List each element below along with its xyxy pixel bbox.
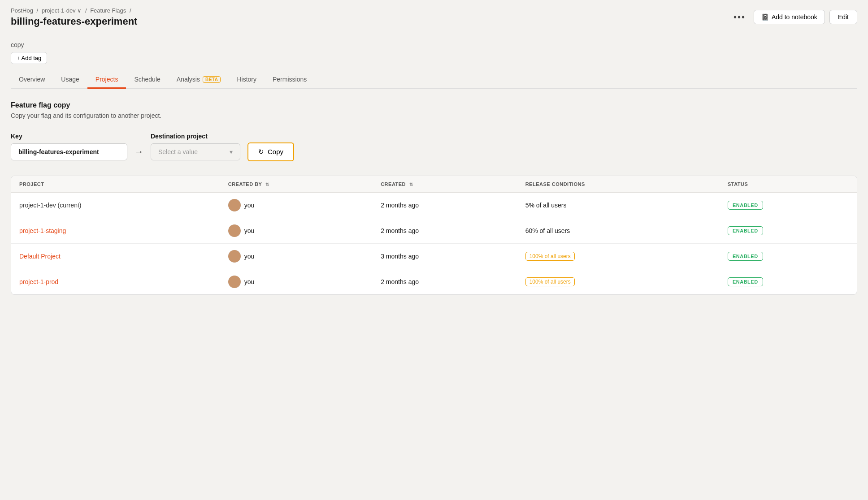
- table-row: Default Project you 3 months ago100% of …: [11, 243, 857, 269]
- cell-created-by: you: [220, 192, 373, 218]
- add-tag-button[interactable]: + Add tag: [11, 52, 47, 64]
- cell-release-conditions: 5% of all users: [517, 192, 720, 218]
- avatar: [228, 250, 241, 263]
- filter-created-by-icon[interactable]: ⇅: [265, 182, 269, 187]
- table-row: project-1-dev (current) you 2 months ago…: [11, 192, 857, 218]
- cell-created-by: you: [220, 269, 373, 294]
- cell-release-conditions: 100% of all users: [517, 243, 720, 269]
- avatar: [228, 199, 241, 211]
- avatar: [228, 276, 241, 288]
- cell-created-by: you: [220, 218, 373, 243]
- dest-label: Destination project: [151, 133, 240, 140]
- created-by-label: you: [244, 253, 255, 260]
- key-group: Key billing-features-experiment: [11, 133, 127, 160]
- refresh-icon: ↻: [258, 148, 264, 156]
- tab-usage[interactable]: Usage: [53, 71, 87, 89]
- status-badge: ENABLED: [728, 226, 763, 235]
- tab-analysis[interactable]: Analysis BETA: [169, 71, 229, 89]
- beta-badge: BETA: [203, 76, 221, 83]
- cell-release-conditions: 60% of all users: [517, 218, 720, 243]
- cell-project: project-1-dev (current): [11, 192, 220, 218]
- tabs-nav: Overview Usage Projects Schedule Analysi…: [11, 71, 857, 89]
- section-title: Feature flag copy: [11, 101, 857, 109]
- col-created: CREATED ⇅: [373, 176, 517, 193]
- arrow-icon: →: [135, 147, 143, 157]
- destination-project-select[interactable]: Select a value ▾: [151, 143, 240, 160]
- cell-release-conditions: 100% of all users: [517, 269, 720, 294]
- tag-copy-label: copy: [11, 41, 857, 48]
- copy-button[interactable]: ↻ Copy: [247, 142, 294, 161]
- release-conditions-badge: 100% of all users: [525, 277, 575, 286]
- cell-status: ENABLED: [720, 192, 857, 218]
- cell-created-by: you: [220, 243, 373, 269]
- col-project: PROJECT: [11, 176, 220, 193]
- breadcrumb: PostHog / project-1-dev ∨ / Feature Flag…: [11, 7, 137, 14]
- key-input: billing-features-experiment: [11, 143, 127, 160]
- status-badge: ENABLED: [728, 201, 763, 210]
- avatar: [228, 224, 241, 237]
- tag-section: copy + Add tag: [11, 41, 857, 64]
- cell-status: ENABLED: [720, 269, 857, 294]
- table-row: project-1-staging you 2 months ago60% of…: [11, 218, 857, 243]
- tab-projects[interactable]: Projects: [87, 71, 126, 89]
- more-options-button[interactable]: •••: [730, 10, 749, 24]
- cell-created: 2 months ago: [373, 269, 517, 294]
- cell-project[interactable]: project-1-prod: [11, 269, 220, 294]
- cell-project[interactable]: project-1-staging: [11, 218, 220, 243]
- cell-created: 2 months ago: [373, 192, 517, 218]
- tab-schedule[interactable]: Schedule: [126, 71, 168, 89]
- section-desc: Copy your flag and its configuration to …: [11, 112, 857, 119]
- release-conditions-badge: 100% of all users: [525, 252, 575, 261]
- copy-form: Key billing-features-experiment → Destin…: [11, 132, 857, 161]
- top-bar: PostHog / project-1-dev ∨ / Feature Flag…: [0, 0, 868, 32]
- add-to-notebook-button[interactable]: 📓 Add to notebook: [754, 10, 825, 24]
- tab-history[interactable]: History: [229, 71, 265, 89]
- main-section: Feature flag copy Copy your flag and its…: [0, 89, 868, 295]
- cell-status: ENABLED: [720, 243, 857, 269]
- tab-overview[interactable]: Overview: [11, 71, 53, 89]
- cell-project[interactable]: Default Project: [11, 243, 220, 269]
- notebook-icon: 📓: [761, 13, 769, 21]
- tab-permissions[interactable]: Permissions: [265, 71, 315, 89]
- page-title: billing-features-experiment: [11, 16, 137, 27]
- dest-group: Destination project Select a value ▾: [151, 133, 240, 160]
- col-created-by: CREATED BY ⇅: [220, 176, 373, 193]
- created-by-label: you: [244, 227, 255, 234]
- created-by-label: you: [244, 278, 255, 285]
- key-label: Key: [11, 133, 127, 140]
- cell-status: ENABLED: [720, 218, 857, 243]
- edit-button[interactable]: Edit: [829, 10, 857, 24]
- chevron-down-icon: ▾: [230, 148, 233, 155]
- filter-created-icon[interactable]: ⇅: [409, 182, 413, 187]
- cell-created: 3 months ago: [373, 243, 517, 269]
- projects-table: PROJECT CREATED BY ⇅ CREATED ⇅ RELEASE C…: [11, 176, 857, 295]
- status-badge: ENABLED: [728, 252, 763, 261]
- cell-created: 2 months ago: [373, 218, 517, 243]
- table-header-row: PROJECT CREATED BY ⇅ CREATED ⇅ RELEASE C…: [11, 176, 857, 193]
- created-by-label: you: [244, 202, 255, 209]
- status-badge: ENABLED: [728, 277, 763, 286]
- col-status: STATUS: [720, 176, 857, 193]
- col-release-conditions: RELEASE CONDITIONS: [517, 176, 720, 193]
- table-row: project-1-prod you 2 months ago100% of a…: [11, 269, 857, 294]
